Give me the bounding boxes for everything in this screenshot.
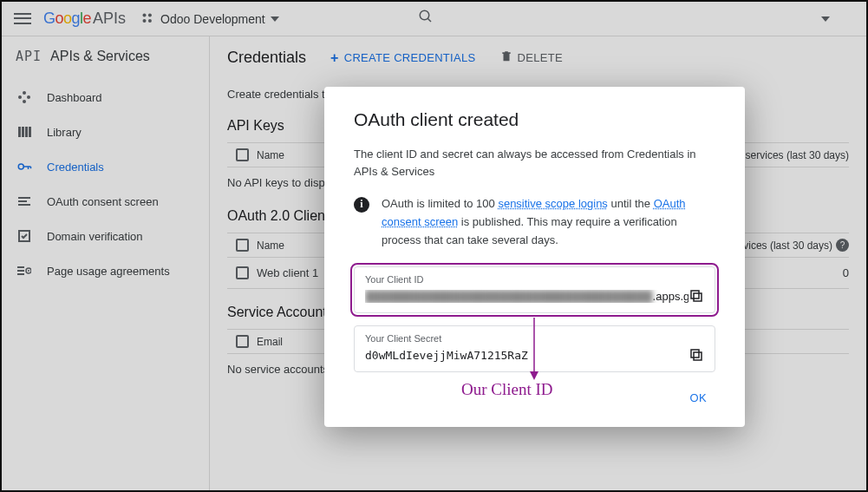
delete-label: DELETE xyxy=(518,51,563,64)
client-id-value[interactable]: ████████████████████████████████████.app… xyxy=(365,290,689,303)
checkbox[interactable] xyxy=(236,266,249,279)
svg-point-4 xyxy=(27,95,30,99)
sidebar-item-label: Page usage agreements xyxy=(47,265,170,278)
svg-point-22 xyxy=(28,270,29,272)
svg-rect-20 xyxy=(17,273,24,275)
svg-rect-6 xyxy=(18,127,21,137)
trash-icon xyxy=(500,50,512,65)
svg-point-5 xyxy=(23,100,26,103)
annotation-arrow xyxy=(529,318,546,389)
client-id-label: Your Client ID xyxy=(365,274,704,285)
sidebar-item-label: Library xyxy=(47,126,82,139)
sidebar-item-label: Dashboard xyxy=(47,91,102,104)
sensitive-scope-link[interactable]: sensitive scope logins xyxy=(498,197,607,210)
svg-rect-24 xyxy=(691,291,699,298)
sidebar-item-credentials[interactable]: Credentials xyxy=(2,149,209,184)
svg-line-1 xyxy=(427,18,431,22)
project-dots-icon xyxy=(141,12,155,26)
svg-point-10 xyxy=(18,164,23,169)
sidebar-item-oauth-consent[interactable]: OAuth consent screen xyxy=(2,184,209,219)
dashboard-icon xyxy=(16,89,33,106)
google-logo: Google xyxy=(43,10,91,28)
consent-icon xyxy=(16,193,33,210)
svg-rect-8 xyxy=(25,127,28,137)
copy-client-id-icon[interactable] xyxy=(689,288,704,304)
svg-point-2 xyxy=(18,95,22,99)
svg-rect-16 xyxy=(18,204,30,206)
sidebar-title: APIs & Services xyxy=(50,49,150,64)
overflow-caret-icon[interactable] xyxy=(821,16,830,22)
info-icon: i xyxy=(354,197,369,213)
library-icon xyxy=(16,123,33,141)
client-secret-value[interactable]: d0wMLdIevejjMiwA71215RaZ xyxy=(365,349,689,362)
project-name: Odoo Development xyxy=(160,12,265,26)
copy-client-secret-icon[interactable] xyxy=(689,347,704,363)
key-icon xyxy=(16,158,33,175)
svg-rect-9 xyxy=(29,127,31,137)
sidebar-item-label: OAuth consent screen xyxy=(47,195,159,208)
dialog-notice: i OAuth is limited to 100 sensitive scop… xyxy=(354,195,715,249)
client-id-field: Your Client ID █████████████████████████… xyxy=(354,266,715,313)
sidebar-item-domain-verification[interactable]: Domain verification xyxy=(2,219,209,253)
svg-rect-23 xyxy=(694,293,702,301)
svg-rect-26 xyxy=(691,350,699,358)
annotation-text: Our Client ID xyxy=(461,380,553,399)
top-bar: Google APIs Odoo Development xyxy=(2,2,866,36)
dialog-lead: The client ID and secret can always be a… xyxy=(354,146,715,180)
plus-icon: + xyxy=(330,50,339,66)
checkbox[interactable] xyxy=(236,335,249,348)
create-label: CREATE CREDENTIALS xyxy=(344,51,476,64)
caret-down-icon xyxy=(271,16,279,22)
hamburger-menu-icon[interactable] xyxy=(12,9,33,30)
ok-button[interactable]: OK xyxy=(682,384,715,411)
verify-icon xyxy=(16,227,33,245)
sidebar-item-dashboard[interactable]: Dashboard xyxy=(2,80,209,115)
svg-point-3 xyxy=(23,91,26,95)
page-title: Credentials xyxy=(227,49,306,67)
delete-button[interactable]: DELETE xyxy=(500,50,563,65)
svg-rect-14 xyxy=(18,197,30,199)
svg-rect-25 xyxy=(694,352,702,360)
project-picker[interactable]: Odoo Development xyxy=(141,12,279,26)
svg-rect-19 xyxy=(17,270,24,272)
create-credentials-button[interactable]: + CREATE CREDENTIALS xyxy=(330,50,475,66)
api-mono-label: API xyxy=(16,49,42,64)
search-icon[interactable] xyxy=(418,9,434,29)
sidebar-header: API APIs & Services xyxy=(2,49,209,80)
sidebar: API APIs & Services Dashboard Library Cr… xyxy=(2,36,210,490)
row-name: Web client 1 xyxy=(257,266,318,279)
svg-point-0 xyxy=(420,10,429,20)
sidebar-item-page-usage[interactable]: Page usage agreements xyxy=(2,253,209,288)
svg-marker-28 xyxy=(530,371,538,380)
agreements-icon xyxy=(16,262,33,279)
row-usage: 0 xyxy=(843,266,849,279)
logo-suffix: APIs xyxy=(93,10,126,28)
svg-rect-15 xyxy=(18,200,27,202)
svg-rect-18 xyxy=(17,266,24,268)
svg-rect-7 xyxy=(22,127,24,137)
checkbox[interactable] xyxy=(236,148,249,161)
sidebar-item-label: Domain verification xyxy=(47,230,143,243)
sidebar-item-label: Credentials xyxy=(47,161,104,174)
dialog-title: OAuth client created xyxy=(354,109,715,130)
sidebar-item-library[interactable]: Library xyxy=(2,115,209,149)
checkbox[interactable] xyxy=(236,239,249,252)
help-icon[interactable]: ? xyxy=(836,239,849,252)
